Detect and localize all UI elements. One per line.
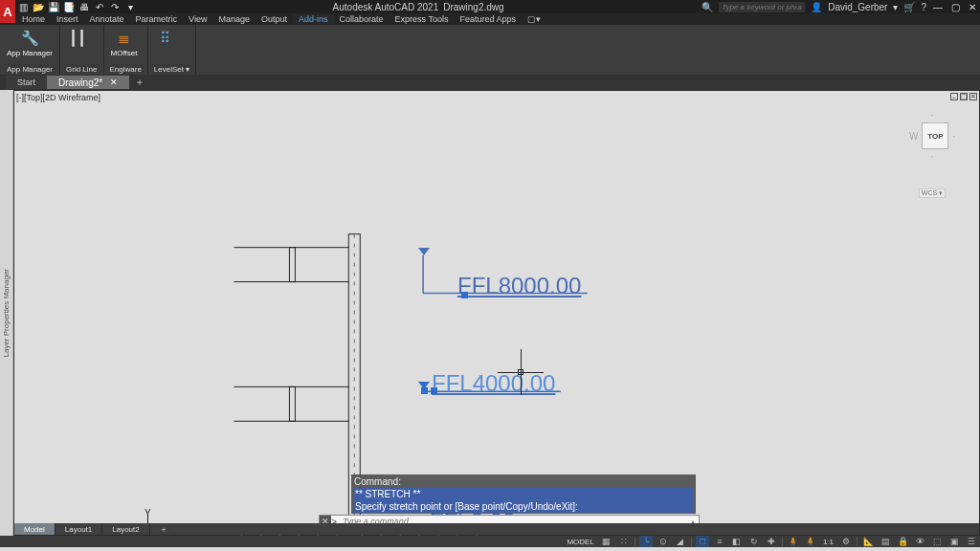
layout-add-icon[interactable]: ＋ <box>150 523 177 535</box>
layerprops-label: Layer Properties Manager <box>2 269 11 358</box>
svg-rect-21 <box>289 248 295 282</box>
qat-new-icon[interactable]: ▥ <box>18 2 28 11</box>
menu-parametric[interactable]: Parametric <box>130 14 184 24</box>
grip-text-ffl8000[interactable] <box>461 292 468 298</box>
signin-icon[interactable]: 👤 <box>811 2 822 12</box>
levelset-icon: ⠿ <box>155 28 176 49</box>
workspace-gear-icon[interactable]: ⚙ <box>839 536 853 547</box>
basket-icon[interactable]: ▾ <box>893 2 898 12</box>
menu-expresstools[interactable]: Express Tools <box>390 14 455 24</box>
doc-tabs: Start Drawing2* ✕ ＋ <box>0 75 980 90</box>
units-icon[interactable]: 📐 <box>861 536 875 547</box>
isolate-icon[interactable]: 👁 <box>913 536 926 547</box>
help-icon[interactable]: ? <box>921 2 926 12</box>
maximize-button[interactable]: ▢ <box>949 1 961 12</box>
levelset-button[interactable]: ⠿ <box>152 27 179 50</box>
panel-title-gridline: Grid Line <box>64 64 99 75</box>
ortho-icon[interactable]: └ <box>639 536 653 547</box>
quick-access-toolbar: ▥ 📂 💾 📑 🖶 ↶ ↷ ▾ <box>18 2 135 11</box>
qat-saveas-icon[interactable]: 📑 <box>64 2 74 11</box>
search-icon[interactable]: 🔍 <box>702 2 713 12</box>
snap-mode-icon[interactable]: ∷ <box>617 536 631 547</box>
ribbon-panel-gridline: ┃┃ Grid Line <box>60 25 103 75</box>
cycling-icon[interactable]: ↻ <box>747 536 761 547</box>
layout-tabs: Model Layout1 Layout2 ＋ <box>14 523 979 535</box>
level-text-ffl8000[interactable]: FFL8000.00 <box>457 273 581 299</box>
menu-home[interactable]: Home <box>16 14 51 24</box>
menu-overflow-icon[interactable]: ▢▾ <box>522 14 546 24</box>
lineweight-icon[interactable]: ≡ <box>713 536 726 547</box>
title-text: Autodesk AutoCAD 2021 Drawing2.dwg <box>135 2 702 12</box>
svg-rect-24 <box>289 386 295 421</box>
status-model[interactable]: MODEL <box>565 538 595 546</box>
tab-drawing2[interactable]: Drawing2* ✕ <box>47 76 129 89</box>
menu-manage[interactable]: Manage <box>212 14 256 24</box>
viewport[interactable]: [-][Top][2D Wireframe] – ▢ ✕ · W TOP · ·… <box>13 90 980 536</box>
cmd-hist-2: ** STRETCH ** <box>354 488 693 500</box>
annomonitor-icon[interactable]: ✚ <box>765 536 778 547</box>
user-name[interactable]: David_Gerber <box>828 2 887 12</box>
annoscale-icon[interactable]: 🧍 <box>804 536 817 547</box>
menu-view[interactable]: View <box>183 14 212 24</box>
palette-bar-layerprops[interactable]: Layer Properties Manager <box>0 90 13 536</box>
crosshair-cursor <box>498 349 544 395</box>
isodraft-icon[interactable]: ◢ <box>674 536 687 547</box>
app-menu-icon[interactable]: A <box>0 0 15 23</box>
panel-title-levelset[interactable]: LevelSet ▾ <box>152 64 191 75</box>
hardware-accel-icon[interactable]: ⬚ <box>930 536 944 547</box>
cmd-hist-1: Command: <box>354 475 693 488</box>
qat-save-icon[interactable]: 💾 <box>49 2 58 11</box>
customize-icon[interactable]: ☰ <box>965 536 978 547</box>
menu-output[interactable]: Output <box>256 14 293 24</box>
qat-open-icon[interactable]: 📂 <box>33 2 43 11</box>
qat-undo-icon[interactable]: ↶ <box>95 2 104 11</box>
quickprops-icon[interactable]: ▤ <box>879 536 892 547</box>
polar-icon[interactable]: ⊙ <box>657 536 670 547</box>
grip-base[interactable] <box>421 387 428 394</box>
search-input[interactable] <box>719 2 805 12</box>
lockui-icon[interactable]: 🔒 <box>896 536 909 547</box>
panel-title-appmanager: App Manager <box>4 64 56 75</box>
close-button[interactable]: ✕ <box>967 1 978 12</box>
grid-display-icon[interactable]: ▦ <box>600 536 613 547</box>
level-marker-ffl8000[interactable] <box>418 248 430 255</box>
minimize-button[interactable]: — <box>932 1 944 12</box>
osnap-icon[interactable]: □ <box>696 536 709 547</box>
menu-featuredapps[interactable]: Featured Apps <box>454 14 522 24</box>
ribbon-panel-appmanager: 🔧 App Manager App Manager <box>0 25 60 75</box>
appmanager-button[interactable]: 🔧 App Manager <box>4 27 56 58</box>
layout-layout1[interactable]: Layout1 <box>56 523 102 535</box>
drawing-canvas[interactable] <box>14 91 979 536</box>
menu-bar: Home Insert Annotate Parametric View Man… <box>0 13 980 25</box>
ribbon-panel-engiware: ≣ MOffset Engiware <box>104 25 148 75</box>
menu-annotate[interactable]: Annotate <box>84 14 130 24</box>
moffset-icon: ≣ <box>113 28 134 49</box>
layout-model[interactable]: Model <box>14 523 56 535</box>
transparency-icon[interactable]: ◧ <box>730 536 744 547</box>
status-bar: MODEL ▦ ∷ └ ⊙ ◢ □ ≡ ◧ ↻ ✚ 🧍 🧍 1:1 ⚙ 📐 ▤ … <box>0 536 980 547</box>
gridline-icon: ┃┃ <box>67 28 88 49</box>
qat-plot-icon[interactable]: 🖶 <box>79 2 89 11</box>
qat-more-icon[interactable]: ▾ <box>125 2 135 11</box>
ribbon: 🔧 App Manager App Manager ┃┃ Grid Line ≣… <box>0 25 980 75</box>
ribbon-panel-levelset: ⠿ LevelSet ▾ <box>148 25 196 75</box>
command-history: Command: ** STRETCH ** Specify stretch p… <box>351 474 696 514</box>
moffset-button[interactable]: ≣ MOffset <box>108 27 141 58</box>
workspace: Layer Properties Manager [-][Top][2D Wir… <box>0 90 980 536</box>
menu-insert[interactable]: Insert <box>51 14 84 24</box>
menu-addins[interactable]: Add-ins <box>293 14 334 24</box>
tab-new-icon[interactable]: ＋ <box>133 76 146 89</box>
status-scale[interactable]: 1:1 <box>821 538 835 546</box>
appmanager-icon: 🔧 <box>19 28 40 49</box>
cleanscreen-icon[interactable]: ▣ <box>947 536 961 547</box>
menu-collaborate[interactable]: Collaborate <box>334 14 390 24</box>
tab-close-icon[interactable]: ✕ <box>110 77 118 87</box>
app-share-icon[interactable]: 🛒 <box>903 2 915 12</box>
gridline-button[interactable]: ┃┃ <box>64 27 91 50</box>
grip-stretch[interactable] <box>431 387 437 394</box>
tab-start[interactable]: Start <box>6 76 47 89</box>
layout-layout2[interactable]: Layout2 <box>102 523 149 535</box>
qat-redo-icon[interactable]: ↷ <box>110 2 120 11</box>
annoscale-person-icon[interactable]: 🧍 <box>787 536 800 547</box>
panel-title-engiware: Engiware <box>108 64 144 75</box>
